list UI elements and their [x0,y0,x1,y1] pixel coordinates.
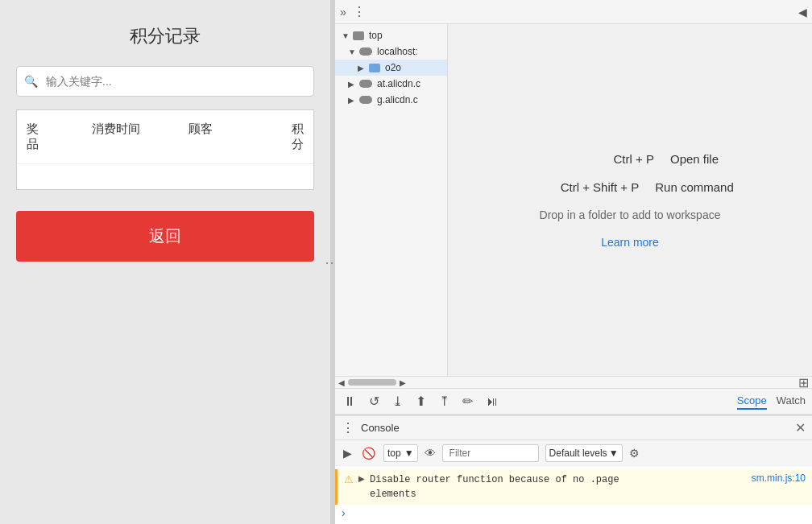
console-warning-row: ⚠ ▶ Disable router function because of n… [335,469,812,505]
cloud-icon-galicdn [359,96,372,104]
tree-label-galicdn: g.alicdn.c [377,94,418,105]
tree-label-top: top [369,30,383,41]
console-input-row: › [335,505,812,521]
search-icon: 🔍 [24,75,38,88]
devtools-menu-icon[interactable]: ⋮ [353,4,366,19]
tree-label-o2o: o2o [385,62,401,73]
learn-more-link[interactable]: Learn more [601,236,659,249]
shortcut-keys-2: Ctrl + Shift + P [526,180,639,194]
back-button[interactable]: 返回 [16,211,314,262]
context-label: top [387,448,401,459]
tree-label-atalicdn: at.alicdn.c [377,78,420,89]
tree-arrow-top: ▼ [342,31,350,40]
default-levels-select[interactable]: Default levels ▼ [545,444,623,462]
search-input[interactable] [16,66,314,97]
default-levels-arrow: ▼ [609,448,619,459]
console-menu-icon[interactable]: ⋮ [342,420,354,435]
file-tree: ▼ top ▼ localhost: ▶ o2o ▶ at.alicdn.c [335,24,448,376]
default-levels-label: Default levels [549,448,607,459]
col-time-header: 消费时间 [92,122,168,152]
warning-expand-arrow[interactable]: ▶ [358,474,365,483]
tree-label-localhost: localhost: [377,46,418,57]
app-panel: 积分记录 🔍 奖品 消费时间 顾客 积分 返回 [0,0,330,524]
scroll-thumb[interactable] [348,379,396,386]
step-over-button[interactable]: ↺ [367,392,381,411]
pause-button[interactable]: ⏸ [342,393,358,411]
tab-watch[interactable]: Watch [777,393,806,410]
tree-arrow-galicdn: ▶ [348,96,356,105]
tree-item-atalicdn[interactable]: ▶ at.alicdn.c [335,76,447,92]
console-eye-button[interactable]: 👁 [425,447,436,460]
warning-source-link[interactable]: sm.min.js:10 [752,472,806,484]
shortcut-row-2: Ctrl + Shift + P Run command [526,180,734,194]
edit-button[interactable]: ✏ [461,392,474,411]
cloud-icon-atalicdn [359,80,372,88]
drop-workspace-text: Drop in a folder to add to workspace [540,208,721,221]
step-into-button[interactable]: ⤓ [391,392,404,411]
console-header: ⋮ Console ✕ [335,416,812,440]
console-caret: › [342,506,346,519]
devtools-topbar: » ⋮ ◀ [335,0,812,24]
context-dropdown-arrow: ▼ [404,448,414,459]
debugger-toolbar: ⏸ ↺ ⤓ ⬆ ⤒ ✏ ⏯ Scope Watch [335,389,812,415]
scope-watch-tabs: Scope Watch [737,393,806,410]
cloud-icon-localhost [359,47,372,56]
tree-item-localhost[interactable]: ▼ localhost: [335,43,447,60]
page-title: 积分记录 [130,24,201,48]
scroll-left-arrow[interactable]: ◀ [338,378,345,387]
expand-icon[interactable]: » [340,6,346,19]
step-button[interactable]: ⤒ [437,392,451,411]
shortcut-row-1: Ctrl + P Open file [541,152,719,166]
collapse-panel-icon[interactable]: ◀ [798,6,807,19]
tree-item-o2o[interactable]: ▶ o2o [335,60,447,76]
col-points-header: 积分 [265,122,304,152]
shortcut-keys-1: Ctrl + P [541,152,654,166]
tab-scope[interactable]: Scope [737,393,767,410]
console-filter-input[interactable] [442,444,539,462]
table-header: 奖品 消费时间 顾客 积分 [17,110,313,164]
warning-text: Disable router function because of no .p… [370,472,747,501]
warning-icon: ⚠ [344,473,354,485]
deactivate-button[interactable]: ⏯ [484,393,500,411]
folder-icon-top [353,31,364,40]
folder-icon-o2o [369,64,380,72]
points-table: 奖品 消费时间 顾客 积分 [16,109,314,190]
hscroll-bar[interactable]: ◀ ▶ ⊞ [335,376,812,389]
scroll-right-arrow[interactable]: ▶ [400,378,406,387]
console-messages: ⚠ ▶ Disable router function because of n… [335,466,812,524]
console-section: ⋮ Console ✕ ▶ 🚫 top ▼ 👁 Default levels ▼… [335,415,812,524]
col-customer-header: 顾客 [188,122,246,152]
devtools-collapse-icon[interactable]: ⊞ [798,375,809,390]
console-toolbar: ▶ 🚫 top ▼ 👁 Default levels ▼ ⚙ [335,440,812,466]
col-prize-header: 奖品 [27,122,72,152]
tree-arrow-localhost: ▼ [348,47,356,56]
tree-arrow-o2o: ▶ [358,64,366,72]
devtools-panel: » ⋮ ◀ ▼ top ▼ localhost: ▶ o2o [335,0,812,524]
step-out-button[interactable]: ⬆ [414,392,428,411]
console-title: Console [361,422,400,434]
devtools-main-content: Ctrl + P Open file Ctrl + Shift + P Run … [448,24,812,376]
console-context-select[interactable]: top ▼ [383,444,418,462]
tree-item-top[interactable]: ▼ top [335,27,447,43]
shortcut-desc-2: Run command [655,180,734,194]
devtools-sources: ▼ top ▼ localhost: ▶ o2o ▶ at.alicdn.c [335,24,812,376]
console-settings-button[interactable]: ⚙ [629,447,640,460]
console-block-button[interactable]: 🚫 [360,445,377,461]
console-close-button[interactable]: ✕ [795,420,806,435]
shortcut-desc-1: Open file [670,152,719,166]
tree-item-galicdn[interactable]: ▶ g.alicdn.c [335,92,447,108]
search-box: 🔍 [16,66,314,97]
tree-arrow-atalicdn: ▶ [348,80,356,89]
console-execute-button[interactable]: ▶ [342,445,354,461]
